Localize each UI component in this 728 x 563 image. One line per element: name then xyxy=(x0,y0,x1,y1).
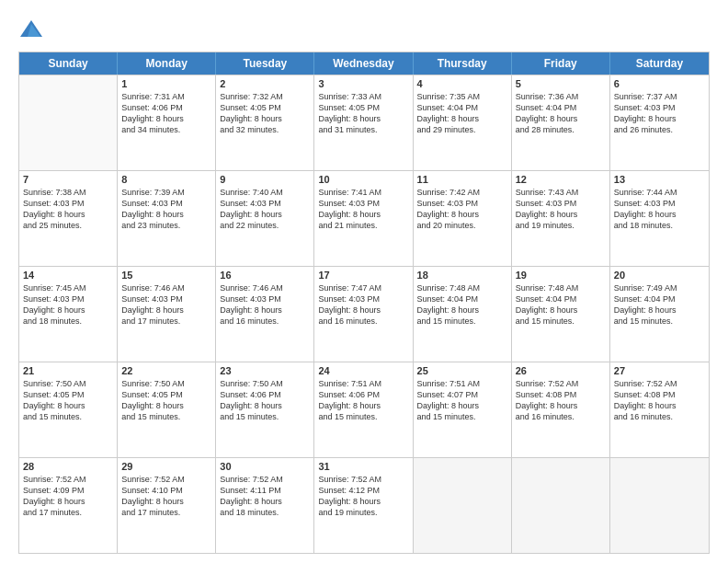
cell-text-line: and 26 minutes. xyxy=(614,124,705,135)
cal-cell-empty-0-0 xyxy=(19,75,118,170)
header-day-sunday: Sunday xyxy=(19,52,118,75)
cell-text-line: Daylight: 8 hours xyxy=(121,304,211,316)
cell-text-line: Sunrise: 7:38 AM xyxy=(23,187,113,198)
cell-text-line: and 16 minutes. xyxy=(614,411,705,422)
cell-text-line: Sunrise: 7:52 AM xyxy=(614,378,705,389)
cal-cell-empty-4-4 xyxy=(414,458,512,553)
cell-text-line: Sunset: 4:05 PM xyxy=(23,389,113,400)
cell-text-line: Sunrise: 7:46 AM xyxy=(220,282,310,293)
cell-text-line: Daylight: 8 hours xyxy=(220,400,310,411)
cell-text-line: Daylight: 8 hours xyxy=(417,400,507,411)
cell-text-line: Sunrise: 7:33 AM xyxy=(318,91,408,102)
day-number: 31 xyxy=(318,461,408,472)
day-number: 29 xyxy=(121,461,211,472)
cell-text-line: and 23 minutes. xyxy=(121,220,211,231)
cell-text-line: Daylight: 8 hours xyxy=(23,209,113,220)
day-number: 23 xyxy=(220,365,310,376)
cal-cell-empty-4-6 xyxy=(610,458,709,553)
cell-text-line: Sunrise: 7:37 AM xyxy=(614,91,705,102)
cell-text-line: Sunset: 4:04 PM xyxy=(614,293,705,304)
day-number: 12 xyxy=(516,174,606,185)
day-number: 9 xyxy=(220,174,310,185)
cell-text-line: Sunrise: 7:35 AM xyxy=(417,91,507,102)
day-number: 7 xyxy=(23,174,113,185)
cell-text-line: Daylight: 8 hours xyxy=(23,400,113,411)
cell-text-line: Sunset: 4:04 PM xyxy=(516,102,606,113)
cell-text-line: and 25 minutes. xyxy=(23,220,113,231)
day-number: 25 xyxy=(417,365,507,376)
cell-text-line: Daylight: 8 hours xyxy=(318,496,408,507)
cell-text-line: Sunrise: 7:51 AM xyxy=(417,378,507,389)
day-number: 15 xyxy=(121,270,211,281)
cell-text-line: Sunset: 4:03 PM xyxy=(516,198,606,209)
cell-text-line: Daylight: 8 hours xyxy=(220,209,310,220)
cell-text-line: Sunrise: 7:52 AM xyxy=(121,474,211,485)
cell-text-line: Daylight: 8 hours xyxy=(516,209,606,220)
cell-text-line: Sunrise: 7:50 AM xyxy=(220,378,310,389)
cell-text-line: and 18 minutes. xyxy=(23,316,113,327)
cell-text-line: Sunset: 4:09 PM xyxy=(23,485,113,496)
header xyxy=(18,17,710,42)
cal-cell-3: 3Sunrise: 7:33 AMSunset: 4:05 PMDaylight… xyxy=(314,75,413,170)
cal-cell-20: 20Sunrise: 7:49 AMSunset: 4:04 PMDayligh… xyxy=(610,267,709,362)
cell-text-line: Sunrise: 7:41 AM xyxy=(318,187,408,198)
cal-cell-21: 21Sunrise: 7:50 AMSunset: 4:05 PMDayligh… xyxy=(19,362,118,457)
cell-text-line: Daylight: 8 hours xyxy=(318,209,408,220)
cell-text-line: Sunset: 4:05 PM xyxy=(318,102,408,113)
cell-text-line: and 16 minutes. xyxy=(318,316,408,327)
cell-text-line: and 31 minutes. xyxy=(318,124,408,135)
day-number: 28 xyxy=(23,461,113,472)
cal-cell-31: 31Sunrise: 7:52 AMSunset: 4:12 PMDayligh… xyxy=(314,458,413,553)
cell-text-line: and 15 minutes. xyxy=(516,316,606,327)
cell-text-line: Daylight: 8 hours xyxy=(516,400,606,411)
cal-cell-8: 8Sunrise: 7:39 AMSunset: 4:03 PMDaylight… xyxy=(118,171,216,266)
cell-text-line: Daylight: 8 hours xyxy=(121,400,211,411)
cell-text-line: Sunset: 4:03 PM xyxy=(318,198,408,209)
day-number: 4 xyxy=(417,78,507,89)
cal-cell-empty-4-5 xyxy=(512,458,610,553)
cell-text-line: and 15 minutes. xyxy=(121,411,211,422)
cell-text-line: Sunrise: 7:50 AM xyxy=(121,378,211,389)
cell-text-line: Sunset: 4:03 PM xyxy=(220,293,310,304)
cell-text-line: Sunset: 4:04 PM xyxy=(516,293,606,304)
cell-text-line: Sunrise: 7:42 AM xyxy=(417,187,507,198)
cell-text-line: Sunrise: 7:52 AM xyxy=(23,474,113,485)
header-day-monday: Monday xyxy=(118,52,216,75)
day-number: 13 xyxy=(614,174,705,185)
cell-text-line: Daylight: 8 hours xyxy=(121,113,211,124)
day-number: 11 xyxy=(417,174,507,185)
cell-text-line: Daylight: 8 hours xyxy=(516,304,606,316)
cal-cell-13: 13Sunrise: 7:44 AMSunset: 4:03 PMDayligh… xyxy=(610,171,709,266)
cell-text-line: Daylight: 8 hours xyxy=(318,304,408,316)
day-number: 1 xyxy=(121,78,211,89)
cal-cell-2: 2Sunrise: 7:32 AMSunset: 4:05 PMDaylight… xyxy=(216,75,314,170)
cal-cell-19: 19Sunrise: 7:48 AMSunset: 4:04 PMDayligh… xyxy=(512,267,610,362)
day-number: 26 xyxy=(516,365,606,376)
day-number: 10 xyxy=(318,174,408,185)
cell-text-line: Daylight: 8 hours xyxy=(220,113,310,124)
cal-cell-27: 27Sunrise: 7:52 AMSunset: 4:08 PMDayligh… xyxy=(610,362,709,457)
cell-text-line: Sunset: 4:03 PM xyxy=(318,293,408,304)
cell-text-line: and 19 minutes. xyxy=(516,220,606,231)
cell-text-line: Daylight: 8 hours xyxy=(121,209,211,220)
cell-text-line: and 22 minutes. xyxy=(220,220,310,231)
calendar-row-2: 14Sunrise: 7:45 AMSunset: 4:03 PMDayligh… xyxy=(19,266,709,362)
calendar-row-4: 28Sunrise: 7:52 AMSunset: 4:09 PMDayligh… xyxy=(19,457,709,553)
cell-text-line: and 21 minutes. xyxy=(318,220,408,231)
cal-cell-17: 17Sunrise: 7:47 AMSunset: 4:03 PMDayligh… xyxy=(314,267,413,362)
logo xyxy=(18,17,48,42)
cell-text-line: Sunset: 4:08 PM xyxy=(614,389,705,400)
day-number: 5 xyxy=(516,78,606,89)
day-number: 24 xyxy=(318,365,408,376)
cell-text-line: Daylight: 8 hours xyxy=(220,496,310,507)
cell-text-line: Daylight: 8 hours xyxy=(516,113,606,124)
cal-cell-26: 26Sunrise: 7:52 AMSunset: 4:08 PMDayligh… xyxy=(512,362,610,457)
cal-cell-30: 30Sunrise: 7:52 AMSunset: 4:11 PMDayligh… xyxy=(216,458,314,553)
cell-text-line: Sunrise: 7:48 AM xyxy=(516,282,606,293)
cell-text-line: Daylight: 8 hours xyxy=(417,209,507,220)
cell-text-line: Sunrise: 7:44 AM xyxy=(614,187,705,198)
cal-cell-1: 1Sunrise: 7:31 AMSunset: 4:06 PMDaylight… xyxy=(118,75,216,170)
cell-text-line: Sunset: 4:03 PM xyxy=(23,198,113,209)
cal-cell-4: 4Sunrise: 7:35 AMSunset: 4:04 PMDaylight… xyxy=(414,75,512,170)
cell-text-line: Daylight: 8 hours xyxy=(121,496,211,507)
